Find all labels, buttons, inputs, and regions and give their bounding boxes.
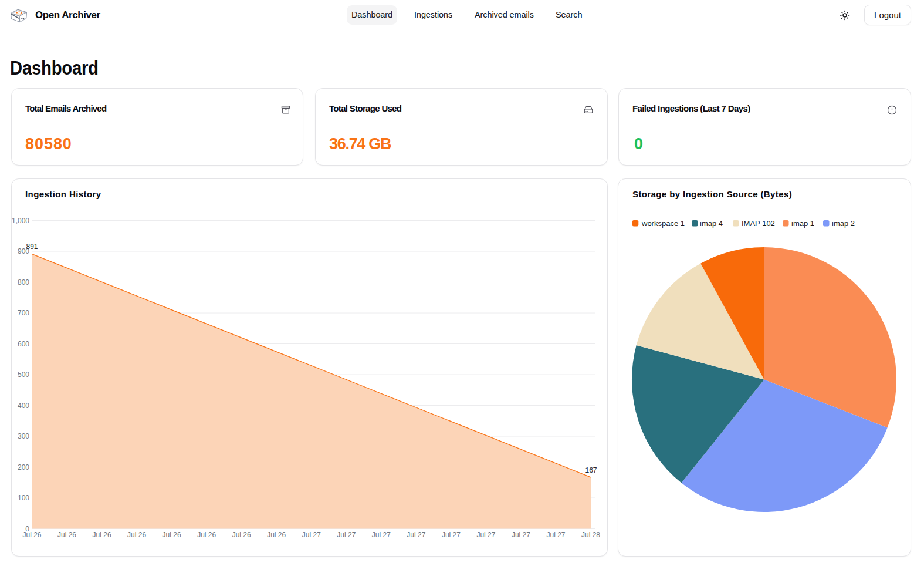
svg-text:Jul 26: Jul 26 (232, 531, 251, 539)
svg-text:Jul 26: Jul 26 (267, 531, 286, 539)
svg-text:Jul 27: Jul 27 (546, 531, 565, 539)
svg-text:Jul 26: Jul 26 (197, 531, 216, 539)
svg-text:imap 2: imap 2 (832, 219, 855, 228)
svg-text:Jul 26: Jul 26 (127, 531, 146, 539)
svg-text:300: 300 (18, 432, 29, 440)
svg-text:200: 200 (18, 463, 29, 471)
svg-text:500: 500 (18, 370, 29, 379)
svg-text:workspace 1: workspace 1 (641, 219, 685, 228)
svg-text:Jul 27: Jul 27 (302, 531, 321, 539)
svg-text:Jul 26: Jul 26 (163, 531, 181, 539)
svg-text:Jul 26: Jul 26 (93, 531, 111, 539)
svg-text:600: 600 (18, 340, 29, 348)
svg-text:IMAP 102: IMAP 102 (742, 219, 775, 228)
svg-text:800: 800 (18, 278, 29, 287)
svg-text:Jul 27: Jul 27 (476, 531, 495, 539)
svg-text:700: 700 (18, 309, 29, 317)
svg-text:Jul 27: Jul 27 (512, 531, 530, 539)
svg-text:167: 167 (585, 466, 597, 474)
svg-text:Jul 27: Jul 27 (372, 531, 391, 539)
svg-text:100: 100 (18, 494, 29, 502)
svg-text:imap 1: imap 1 (791, 219, 814, 228)
svg-text:1,000: 1,000 (12, 217, 29, 225)
svg-text:Jul 26: Jul 26 (57, 531, 76, 539)
svg-text:400: 400 (18, 402, 29, 410)
svg-text:imap 4: imap 4 (700, 219, 723, 228)
svg-text:Jul 27: Jul 27 (337, 531, 356, 539)
svg-text:Jul 27: Jul 27 (442, 531, 461, 539)
svg-text:Jul 27: Jul 27 (407, 531, 425, 539)
svg-text:Jul 28: Jul 28 (581, 531, 600, 539)
svg-text:Jul 26: Jul 26 (22, 531, 41, 539)
svg-text:891: 891 (26, 242, 38, 251)
